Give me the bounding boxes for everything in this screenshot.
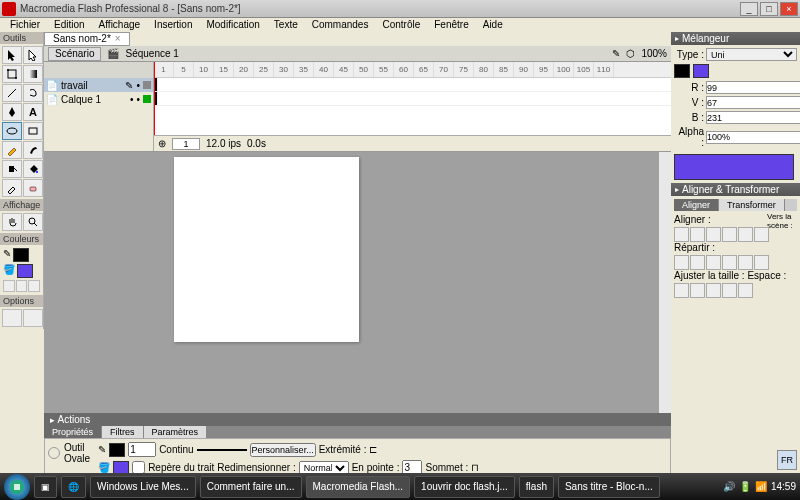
task-flash[interactable]: Macromedia Flash... (306, 476, 411, 498)
text-tool[interactable]: A (23, 103, 43, 121)
space-h[interactable] (738, 283, 753, 298)
lang-indicator[interactable]: FR (777, 450, 797, 470)
v-input[interactable] (706, 96, 800, 109)
tab-transformer[interactable]: Transformer (719, 199, 785, 211)
edit-symbol-icon[interactable]: ⬡ (626, 48, 635, 59)
tab-parametres[interactable]: Paramètres (144, 426, 208, 438)
match-wh[interactable] (706, 283, 721, 298)
gradient-tool[interactable] (23, 65, 43, 83)
cap-icon[interactable]: ⊏ (369, 444, 377, 455)
dist-bottom[interactable] (706, 255, 721, 270)
align-right[interactable] (706, 227, 721, 242)
task-wlm[interactable]: Windows Live Mes... (90, 476, 196, 498)
menu-edition[interactable]: Edition (48, 18, 91, 32)
selection-tool[interactable] (2, 46, 22, 64)
align-vcenter[interactable] (738, 227, 753, 242)
close-button[interactable]: × (780, 2, 798, 16)
menu-aide[interactable]: Aide (477, 18, 509, 32)
tray-icon-2[interactable]: 🔋 (739, 481, 751, 492)
doc-tab-close[interactable]: × (115, 33, 121, 45)
pen-tool[interactable] (2, 103, 22, 121)
b-input[interactable] (706, 111, 800, 124)
task-folder[interactable]: flash (519, 476, 554, 498)
maximize-button[interactable]: □ (760, 2, 778, 16)
default-colors-button[interactable] (3, 280, 15, 292)
eyedropper-tool[interactable] (2, 179, 22, 197)
fill-type-select[interactable]: Uni (706, 48, 797, 61)
layer-calque1[interactable]: 📄 Calque 1 •• (44, 92, 153, 106)
brush-tool[interactable] (23, 141, 43, 159)
menu-fichier[interactable]: Fichier (4, 18, 46, 32)
track-travail[interactable] (154, 78, 671, 92)
align-bottom[interactable] (754, 227, 769, 242)
join-icon[interactable]: ⊓ (471, 462, 479, 473)
task-image[interactable]: 1ouvrir doc flash.j... (414, 476, 515, 498)
lasso-tool[interactable] (23, 84, 43, 102)
swap-colors-button[interactable] (28, 280, 40, 292)
free-transform-tool[interactable] (2, 65, 22, 83)
onion-icon[interactable]: ⊕ (158, 138, 166, 149)
stage[interactable] (44, 152, 671, 433)
tab-aligner[interactable]: Aligner (674, 199, 719, 211)
match-h[interactable] (690, 283, 705, 298)
stroke-swatch[interactable] (13, 248, 29, 262)
r-input[interactable] (706, 81, 800, 94)
prop-stroke-swatch[interactable] (109, 443, 125, 457)
bucket-tool[interactable] (23, 160, 43, 178)
align-hcenter[interactable] (690, 227, 705, 242)
minimize-button[interactable]: _ (740, 2, 758, 16)
menu-texte[interactable]: Texte (268, 18, 304, 32)
zoom-tool[interactable] (23, 213, 43, 231)
quick-launch-1[interactable]: ▣ (34, 476, 57, 498)
dist-top[interactable] (674, 255, 689, 270)
clock[interactable]: 14:59 (771, 481, 796, 492)
tab-proprietes[interactable]: Propriétés (44, 426, 102, 438)
custom-button[interactable]: Personnaliser... (250, 443, 316, 457)
scrollbar-v[interactable] (659, 152, 671, 421)
actions-header[interactable]: ▸ Actions (44, 413, 671, 426)
menu-insertion[interactable]: Insertion (148, 18, 198, 32)
dist-hcenter[interactable] (738, 255, 753, 270)
zoom-value[interactable]: 100% (641, 48, 667, 59)
subselect-tool[interactable] (23, 46, 43, 64)
option-a[interactable] (2, 309, 22, 327)
mixer-fill-swatch[interactable] (693, 64, 709, 78)
align-left[interactable] (674, 227, 689, 242)
alpha-input[interactable] (706, 131, 800, 144)
align-header[interactable]: Aligner & Transformer (671, 183, 800, 196)
layer-travail[interactable]: 📄 travail ✎• (44, 78, 153, 92)
tab-filtres[interactable]: Filtres (102, 426, 144, 438)
quick-launch-2[interactable]: 🌐 (61, 476, 86, 498)
scenario-button[interactable]: Scénario (48, 47, 101, 61)
doc-tab[interactable]: Sans nom-2* × (44, 32, 130, 46)
canvas[interactable] (174, 157, 359, 342)
menu-fenetre[interactable]: Fenêtre (428, 18, 474, 32)
tray-icon-3[interactable]: 📶 (755, 481, 767, 492)
fill-swatch[interactable] (17, 264, 33, 278)
align-top[interactable] (722, 227, 737, 242)
ink-tool[interactable] (2, 160, 22, 178)
dist-left[interactable] (722, 255, 737, 270)
menu-controle[interactable]: Contrôle (376, 18, 426, 32)
current-frame[interactable] (172, 138, 200, 150)
task-firefox[interactable]: Comment faire un... (200, 476, 302, 498)
hand-tool[interactable] (2, 213, 22, 231)
match-w[interactable] (674, 283, 689, 298)
start-button[interactable] (4, 474, 30, 500)
menu-affichage[interactable]: Affichage (93, 18, 147, 32)
oval-tool[interactable] (2, 122, 22, 140)
timeline-ruler[interactable]: 1 5 10 15 20 25 30 35 40 45 50 55 60 65 … (154, 62, 671, 78)
menu-modification[interactable]: Modification (200, 18, 265, 32)
line-tool[interactable] (2, 84, 22, 102)
menu-commandes[interactable]: Commandes (306, 18, 375, 32)
mixer-stroke-swatch[interactable] (674, 64, 690, 78)
eraser-tool[interactable] (23, 179, 43, 197)
edit-scene-icon[interactable]: ✎ (612, 48, 620, 59)
dist-right[interactable] (754, 255, 769, 270)
task-notepad[interactable]: Sans titre - Bloc-n... (558, 476, 660, 498)
no-color-button[interactable] (16, 280, 28, 292)
pencil-tool[interactable] (2, 141, 22, 159)
tray-icon-1[interactable]: 🔊 (723, 481, 735, 492)
space-v[interactable] (722, 283, 737, 298)
option-b[interactable] (23, 309, 43, 327)
